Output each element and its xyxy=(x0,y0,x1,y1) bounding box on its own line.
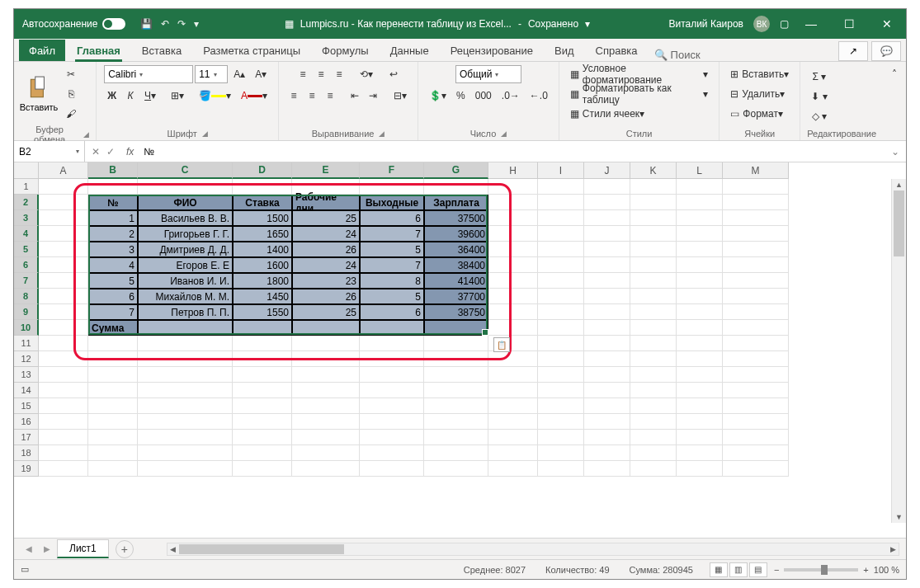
cell[interactable] xyxy=(723,179,789,195)
cell[interactable] xyxy=(630,367,677,383)
tab-Вставка[interactable]: Вставка xyxy=(132,40,191,61)
col-header-G[interactable]: G xyxy=(424,162,488,179)
table-cell[interactable]: 5 xyxy=(88,273,138,289)
cell[interactable] xyxy=(584,398,630,414)
align-center-button[interactable]: ≡ xyxy=(304,87,320,105)
confirm-formula-icon[interactable]: ✓ xyxy=(106,146,115,158)
cell[interactable] xyxy=(138,414,233,430)
row-header-19[interactable]: 19 xyxy=(14,461,39,477)
cell[interactable] xyxy=(538,445,584,461)
table-cell[interactable]: 39600 xyxy=(424,226,488,242)
col-header-A[interactable]: A xyxy=(39,162,88,179)
formula-input[interactable]: № xyxy=(139,146,885,158)
hscroll-thumb[interactable] xyxy=(179,544,344,554)
col-header-F[interactable]: F xyxy=(360,162,424,179)
cell[interactable] xyxy=(723,351,789,367)
cell[interactable] xyxy=(424,445,488,461)
cell[interactable] xyxy=(360,383,424,398)
cell[interactable] xyxy=(677,210,723,226)
cell[interactable] xyxy=(39,351,88,367)
cell[interactable] xyxy=(538,414,584,430)
table-cell[interactable]: 24 xyxy=(292,226,360,242)
tab-Рецензирование[interactable]: Рецензирование xyxy=(441,40,543,61)
cell[interactable] xyxy=(39,320,88,336)
cell[interactable] xyxy=(88,461,138,477)
scroll-up-icon[interactable]: ▲ xyxy=(892,179,906,191)
cell[interactable] xyxy=(538,257,584,273)
avatar[interactable]: ВК xyxy=(753,16,770,32)
orientation-button[interactable]: ⟲▾ xyxy=(356,65,377,83)
row-header-7[interactable]: 7 xyxy=(14,273,39,289)
cell[interactable] xyxy=(424,351,488,367)
grow-font-button[interactable]: A▴ xyxy=(229,65,249,83)
cell[interactable] xyxy=(584,179,630,195)
format-cells-button[interactable]: ▭ Формат ▾ xyxy=(726,105,787,123)
cell[interactable] xyxy=(138,351,233,367)
ribbon-display-icon[interactable]: ▢ xyxy=(780,18,789,30)
cell[interactable] xyxy=(538,289,584,304)
cell[interactable] xyxy=(138,445,233,461)
table-cell[interactable]: 41400 xyxy=(424,273,488,289)
sheet-nav-next[interactable]: ▶ xyxy=(39,544,55,553)
col-header-I[interactable]: I xyxy=(538,162,584,179)
table-cell[interactable]: Егоров Е. Е xyxy=(138,257,233,273)
cut-button[interactable]: ✂ xyxy=(62,65,80,83)
close-button[interactable]: ✕ xyxy=(868,9,906,39)
cell[interactable] xyxy=(138,336,233,351)
cell[interactable] xyxy=(723,195,789,210)
align-right-button[interactable]: ≡ xyxy=(322,87,338,105)
cell-styles-button[interactable]: ▦ Стили ячеек ▾ xyxy=(566,105,649,123)
cell[interactable] xyxy=(233,383,292,398)
table-cell[interactable]: 1 xyxy=(88,210,138,226)
table-cell[interactable]: 25 xyxy=(292,304,360,320)
bold-button[interactable]: Ж xyxy=(103,87,120,105)
cell[interactable] xyxy=(88,351,138,367)
cell[interactable] xyxy=(630,461,677,477)
table-cell[interactable]: 26 xyxy=(292,242,360,257)
cell[interactable] xyxy=(360,461,424,477)
cell[interactable] xyxy=(630,242,677,257)
conditional-formatting-button[interactable]: ▦ Условное форматирование ▾ xyxy=(566,65,713,83)
cell[interactable] xyxy=(488,320,538,336)
table-cell[interactable]: Выходные xyxy=(360,195,424,210)
table-cell[interactable]: Иванов И. И. xyxy=(138,273,233,289)
table-cell[interactable] xyxy=(360,320,424,336)
collapse-ribbon-button[interactable]: ˄ xyxy=(886,65,903,83)
table-cell[interactable]: 6 xyxy=(88,289,138,304)
table-cell[interactable]: Ставка xyxy=(233,195,292,210)
table-cell[interactable]: 1600 xyxy=(233,257,292,273)
cell[interactable] xyxy=(630,398,677,414)
alignment-launcher-icon[interactable]: ◢ xyxy=(379,129,385,138)
table-cell[interactable]: 6 xyxy=(360,210,424,226)
cell[interactable] xyxy=(424,398,488,414)
decrease-decimal-button[interactable]: ←.0 xyxy=(526,87,552,105)
table-cell[interactable]: 24 xyxy=(292,257,360,273)
cell[interactable] xyxy=(488,430,538,445)
tab-file[interactable]: Файл xyxy=(19,40,65,61)
cell[interactable] xyxy=(677,304,723,320)
col-header-D[interactable]: D xyxy=(233,162,292,179)
paste-button[interactable]: Вставить xyxy=(21,68,57,120)
table-cell[interactable]: 2 xyxy=(88,226,138,242)
cell[interactable] xyxy=(538,304,584,320)
cell[interactable] xyxy=(360,430,424,445)
table-cell[interactable]: Васильев В. В. xyxy=(138,210,233,226)
cell[interactable] xyxy=(723,367,789,383)
table-cell[interactable]: Михайлов М. М. xyxy=(138,289,233,304)
table-cell[interactable]: Сумма xyxy=(88,320,138,336)
merge-button[interactable]: ⊟▾ xyxy=(389,87,411,105)
cell[interactable] xyxy=(360,367,424,383)
cell[interactable] xyxy=(538,273,584,289)
minimize-button[interactable]: — xyxy=(792,9,830,39)
cell[interactable] xyxy=(488,179,538,195)
decrease-indent-button[interactable]: ⇤ xyxy=(347,87,363,105)
table-cell[interactable]: 38400 xyxy=(424,257,488,273)
cell[interactable] xyxy=(424,383,488,398)
cell[interactable] xyxy=(677,367,723,383)
share-button[interactable]: ↗ xyxy=(838,41,868,61)
cell[interactable] xyxy=(630,289,677,304)
increase-decimal-button[interactable]: .0→ xyxy=(498,87,524,105)
cell[interactable] xyxy=(292,336,360,351)
tab-Главная[interactable]: Главная xyxy=(67,40,130,61)
fill-color-button[interactable]: 🪣▾ xyxy=(195,87,235,105)
